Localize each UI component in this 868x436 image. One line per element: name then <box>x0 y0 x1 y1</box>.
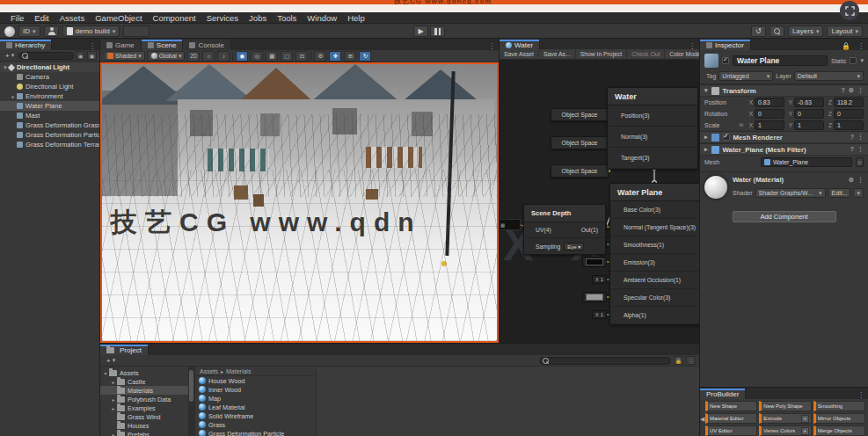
tool-settings-icon[interactable]: ⚙ <box>314 51 326 62</box>
undo-history-icon[interactable]: ↺ <box>751 25 766 37</box>
project-folder[interactable]: ▸Polybrush Data <box>100 395 188 403</box>
hierarchy-search-input[interactable] <box>18 52 74 60</box>
object-name-field[interactable]: Water Plane <box>733 55 828 66</box>
shader-edit-button[interactable]: Edit... <box>828 188 851 198</box>
frame-icon[interactable]: ▢ <box>281 51 293 62</box>
grid-toggle-icon[interactable]: ▦ <box>266 51 278 62</box>
fullscreen-icon[interactable] <box>840 1 859 20</box>
menu-window[interactable]: Window <box>302 13 342 23</box>
add-component-button[interactable]: Add Component <box>733 211 836 222</box>
probuilder-uv-editor[interactable]: UV Editor <box>705 425 757 436</box>
material-asset[interactable]: Solid Wireframe <box>195 411 316 420</box>
hierarchy-pick-icon[interactable]: ▣ <box>87 51 97 60</box>
mesh-renderer-menu-icon[interactable]: ⋮ <box>857 134 864 141</box>
rotation-x-field[interactable]: 0 <box>755 109 784 119</box>
inspector-menu-icon[interactable]: ⋮ <box>854 42 868 50</box>
graph-save-as-[interactable]: Save As... <box>539 49 576 59</box>
sampling-dropdown[interactable]: Eye ▾ <box>564 243 584 251</box>
position-x-field[interactable]: 0.83 <box>755 98 784 107</box>
tab-probuilder[interactable]: ProBuilder <box>700 389 746 399</box>
project-tree-scrollbar[interactable] <box>188 367 194 436</box>
layers-dropdown[interactable]: Layers▾ <box>788 25 824 37</box>
cloud-account-icon[interactable] <box>44 25 59 37</box>
vertex-port[interactable]: Normal(3) <box>608 127 697 148</box>
shader-more-button[interactable]: ▾ <box>853 188 864 198</box>
draw-mode-dropdown[interactable]: Shaded▾ <box>104 51 145 61</box>
input-node[interactable]: Object Space <box>551 136 609 149</box>
fragment-port[interactable]: Ambient Occlusion(1) <box>610 272 699 289</box>
menu-file[interactable]: File <box>5 13 29 23</box>
menu-help[interactable]: Help <box>342 13 370 23</box>
hierarchy-item[interactable]: ▼Directional Light <box>0 62 99 72</box>
hierarchy-item[interactable]: Camera <box>0 72 99 82</box>
project-folder[interactable]: ▸Examples <box>100 403 188 412</box>
tab-project[interactable]: Project <box>100 345 149 355</box>
graph-show-in-project[interactable]: Show In Project <box>576 49 628 59</box>
effects-toggle-icon[interactable]: ◉ <box>236 51 248 62</box>
position-z-field[interactable]: 118.2 <box>834 98 864 107</box>
probuilder-new-shape[interactable]: New Shape <box>705 401 757 411</box>
layout-dropdown[interactable]: Layout▾ <box>827 25 863 37</box>
vertex-port[interactable]: Position(3) <box>608 105 697 127</box>
project-search-input[interactable] <box>539 357 671 365</box>
fragment-port[interactable]: Normal (Tangent Space)(3) <box>610 219 699 236</box>
menu-assets[interactable]: Assets <box>55 13 91 23</box>
graph-color-mode[interactable]: Color Mode <box>665 49 699 59</box>
menu-component[interactable]: Component <box>148 13 201 23</box>
hierarchy-item[interactable]: Grass Deformation Terrain <box>0 140 99 149</box>
graph-canvas[interactable]: X X b <box>500 60 699 343</box>
input-node[interactable]: Object Space <box>551 164 609 178</box>
pause-button[interactable] <box>430 25 445 37</box>
account-dropdown[interactable]: ID▾ <box>18 25 40 37</box>
layer-dropdown[interactable]: Default▾ <box>794 71 864 81</box>
preset-icon[interactable]: ⚙ <box>849 87 854 94</box>
help-icon[interactable]: ? <box>841 87 844 94</box>
tab-scene[interactable]: Scene <box>142 40 184 50</box>
scene-viewport[interactable]: 技艺CG www.qdn <box>100 62 499 343</box>
material-asset[interactable]: House Wood <box>195 376 316 385</box>
mesh-filter-menu-icon[interactable]: ⋮ <box>857 146 864 153</box>
fragment-port[interactable]: Base Color(3) <box>610 201 699 219</box>
port-default-chip[interactable]: X1 <box>592 310 607 319</box>
probuilder-menu-icon[interactable]: ⋮ <box>854 391 868 399</box>
tab-inspector[interactable]: Inspector <box>700 40 751 50</box>
tab-console[interactable]: Console <box>183 40 230 50</box>
port-default-chip[interactable] <box>582 292 607 302</box>
cutoff-node[interactable]: ▦ <box>500 219 521 230</box>
position-y-field[interactable]: -0.63 <box>794 98 824 107</box>
mesh-object-field[interactable]: Water_Plane <box>761 157 852 167</box>
snap-icon[interactable]: ⊞ <box>344 51 356 62</box>
breadcrumb-materials[interactable]: Materials <box>226 368 251 374</box>
material-preset-icon[interactable]: ⚙ <box>849 177 854 184</box>
project-folder[interactable]: Grass Wind <box>100 412 188 421</box>
build-target-button[interactable]: demo build▾ <box>62 25 120 37</box>
static-checkbox[interactable] <box>850 57 857 64</box>
project-menu-icon[interactable]: ⋮ <box>686 356 696 365</box>
probuilder-mirror-objects[interactable]: Mirror Objects <box>813 413 865 424</box>
hierarchy-add-button[interactable]: +▾ <box>3 51 17 61</box>
project-folder[interactable]: Houses <box>100 421 188 430</box>
fragment-master-node[interactable]: Water Plane Base Color(3)Normal (Tangent… <box>609 183 699 325</box>
audio-toggle-icon[interactable]: ♪ <box>217 51 230 62</box>
port-default-chip[interactable] <box>582 257 607 267</box>
tab-hierarchy[interactable]: Hierarchy <box>0 40 52 50</box>
mesh-renderer-checkbox[interactable] <box>723 134 730 141</box>
material-asset[interactable]: Grass Deformation Particle <box>195 429 316 436</box>
probuilder-material-editor[interactable]: Material Editor <box>705 413 757 424</box>
orbit-icon[interactable]: ↻ <box>359 51 371 62</box>
material-asset[interactable]: Inner Wood <box>195 385 316 394</box>
hierarchy-eye-icon[interactable]: ◉ <box>76 51 85 60</box>
scene-depth-node[interactable]: Scene Depth UV(4)Out(1) SamplingEye ▾ <box>523 204 606 255</box>
hierarchy-item[interactable]: Mast <box>0 111 99 120</box>
hidden-objects-icon[interactable]: ◎ <box>251 51 263 62</box>
project-add-button[interactable]: +▾ <box>104 356 118 366</box>
menu-tools[interactable]: Tools <box>272 13 302 23</box>
fragment-port[interactable]: Emission(3) <box>610 254 699 272</box>
object-picker-icon[interactable]: ⊙ <box>856 157 864 167</box>
project-folder[interactable]: ▸Prefabs <box>100 430 188 436</box>
material-asset[interactable]: Leaf Material <box>195 403 316 411</box>
breadcrumb-assets[interactable]: Assets <box>200 368 218 374</box>
tab-game[interactable]: Game <box>100 40 142 50</box>
project-folder[interactable]: ▾Assets <box>100 368 188 377</box>
mesh-filter-header[interactable]: ▸ Water_Plane (Mesh Filter) ?⋮ <box>700 143 868 156</box>
